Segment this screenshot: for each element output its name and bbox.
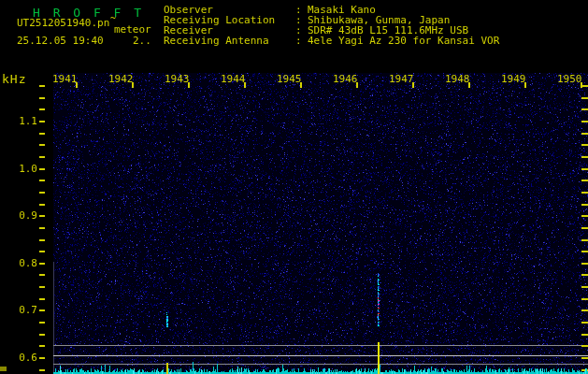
time-tick-label: 1946: [333, 74, 357, 84]
time-tick-label: 1941: [52, 74, 77, 84]
time-tick-label: 1944: [221, 74, 245, 84]
y-axis-unit-label: kHz: [2, 73, 26, 85]
spectrogram-canvas: [0, 0, 588, 374]
antenna-label: Receiving Antenna: [164, 36, 269, 46]
time-tick-label: 1945: [277, 74, 301, 84]
freq-tick-label: 0.9: [0, 210, 37, 221]
filename-label: UT2512051940.pn: [17, 18, 109, 28]
datetime-label: 25.12.05 19:40: [17, 36, 104, 46]
freq-tick-label: 0.6: [0, 352, 37, 363]
antenna-value: 4ele Yagi Az 230 for Kansai VOR: [308, 36, 499, 46]
observation-name-label: meteor: [114, 24, 151, 35]
hrofft-screen: H R O F F T UT2512051940.pn ~ meteor 25.…: [0, 0, 588, 374]
time-tick-label: 1950: [557, 74, 581, 84]
freq-tick-label: 0.8: [0, 258, 37, 268]
freq-tick-label: 1.1: [0, 116, 37, 126]
time-tick-label: 1943: [165, 74, 189, 84]
time-tick-label: 1948: [445, 74, 469, 84]
time-tick-label: 1947: [389, 74, 413, 84]
time-tick-label: 1942: [108, 74, 133, 84]
freq-tick-label: 1.0: [0, 164, 37, 174]
time-tick-label: 1949: [501, 74, 525, 84]
antenna-sep: :: [295, 36, 302, 46]
filename-tilde: ~: [110, 14, 116, 23]
counter-label: 2..: [133, 36, 151, 46]
freq-tick-label: 0.7: [0, 305, 37, 315]
